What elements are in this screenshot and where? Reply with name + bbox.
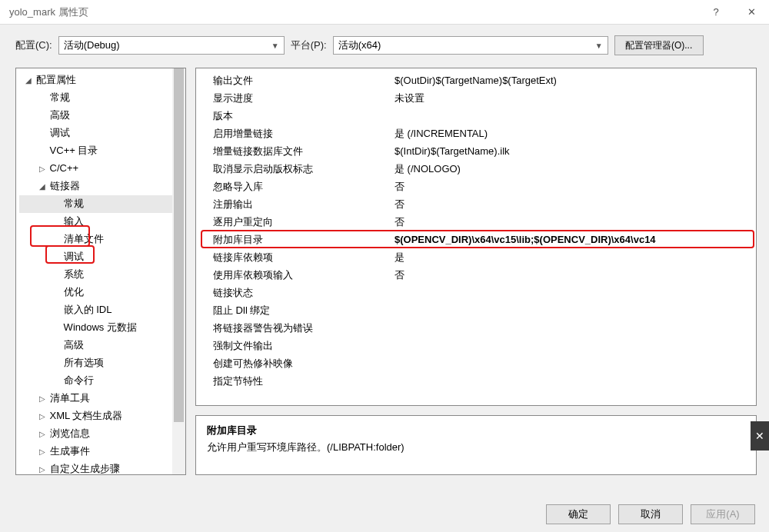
property-value[interactable]	[391, 372, 756, 390]
property-name: 取消显示启动版权标志	[196, 160, 391, 178]
property-row[interactable]: 创建可热修补映像	[196, 354, 756, 372]
tree-item-label: 命令行	[61, 374, 94, 386]
property-row[interactable]: 忽略导入库否	[196, 178, 756, 195]
property-row[interactable]: 取消显示启动版权标志是 (/NOLOGO)	[196, 160, 756, 178]
property-value[interactable]: 否	[391, 178, 756, 195]
property-row[interactable]: 将链接器警告视为错误	[196, 319, 756, 337]
property-row[interactable]: 阻止 Dll 绑定	[196, 301, 756, 319]
platform-label: 平台(P):	[291, 38, 327, 52]
tree-item[interactable]: ▷ 浏览信息	[19, 425, 185, 443]
property-value[interactable]: 否	[391, 266, 756, 284]
expand-open-icon[interactable]: ◢	[24, 72, 33, 89]
platform-select[interactable]: 活动(x64) ▼	[333, 36, 608, 55]
tree-item[interactable]: ◢ 高级	[19, 107, 185, 125]
tree-item[interactable]: ◢ 系统	[19, 266, 185, 284]
tree-item[interactable]: ◢ 链接器	[19, 178, 185, 195]
apply-button[interactable]: 应用(A)	[691, 504, 755, 524]
tree-item[interactable]: ◢ 清单文件	[19, 231, 185, 248]
property-value[interactable]	[391, 319, 756, 337]
property-value[interactable]: 是	[391, 248, 756, 266]
tree-item[interactable]: ◢ 常规	[19, 195, 185, 213]
tree-item-label: 系统	[61, 268, 84, 280]
property-tree: ◢ 配置属性◢ 常规◢ 高级◢ 调试◢ VC++ 目录▷ C/C++◢ 链接器◢…	[15, 68, 186, 475]
property-row[interactable]: 使用库依赖项输入否	[196, 266, 756, 284]
property-value[interactable]	[391, 354, 756, 372]
tree-item[interactable]: ◢ 配置属性	[19, 71, 185, 89]
property-row[interactable]: 附加库目录$(OPENCV_DIR)\x64\vc15\lib;$(OPENCV…	[196, 231, 756, 248]
expand-closed-icon[interactable]: ▷	[38, 426, 47, 443]
description-panel: 附加库目录 允许用户重写环境库路径。(/LIBPATH:folder)	[195, 415, 757, 475]
property-row[interactable]: 版本	[196, 107, 756, 125]
scrollbar-thumb[interactable]	[174, 68, 184, 422]
expand-closed-icon[interactable]: ▷	[38, 461, 47, 474]
property-row[interactable]: 强制文件输出	[196, 337, 756, 354]
property-row[interactable]: 显示进度未设置	[196, 89, 756, 107]
tree-item[interactable]: ▷ 清单工具	[19, 390, 185, 407]
tree-item-label: Windows 元数据	[61, 321, 137, 333]
property-row[interactable]: 输出文件$(OutDir)$(TargetName)$(TargetExt)	[196, 71, 756, 89]
help-button[interactable]: ?	[698, 0, 734, 25]
tree-item[interactable]: ◢ 调试	[19, 125, 185, 142]
property-value[interactable]	[391, 337, 756, 354]
expand-open-icon[interactable]: ◢	[38, 178, 47, 195]
property-value[interactable]: 否	[391, 213, 756, 231]
property-row[interactable]: 指定节特性	[196, 372, 756, 390]
tree-item[interactable]: ◢ 嵌入的 IDL	[19, 301, 185, 319]
button-bar: 确定 取消 应用(A)	[0, 497, 769, 532]
tree-item-label: 所有选项	[61, 357, 104, 368]
property-row[interactable]: 链接库依赖项是	[196, 248, 756, 266]
tree-item[interactable]: ◢ 调试	[19, 248, 185, 266]
property-value[interactable]	[391, 284, 756, 301]
close-button[interactable]: ✕	[734, 0, 769, 25]
property-value[interactable]: 是 (/INCREMENTAL)	[391, 125, 756, 142]
property-value[interactable]: $(OPENCV_DIR)\x64\vc15\lib;$(OPENCV_DIR)…	[391, 231, 756, 248]
property-name: 版本	[196, 107, 391, 125]
property-value[interactable]	[391, 107, 756, 125]
property-value[interactable]: 否	[391, 195, 756, 213]
tree-scrollbar[interactable]	[172, 68, 185, 474]
tree-item[interactable]: ◢ 高级	[19, 337, 185, 354]
property-value[interactable]: 是 (/NOLOGO)	[391, 160, 756, 178]
tree-item[interactable]: ◢ Windows 元数据	[19, 319, 185, 337]
window-title: yolo_mark 属性页	[9, 5, 88, 19]
config-manager-button[interactable]: 配置管理器(O)...	[614, 35, 704, 55]
tree-item[interactable]: ◢ 命令行	[19, 372, 185, 390]
expand-closed-icon[interactable]: ▷	[38, 161, 47, 178]
tree-item-label: 自定义生成步骤	[47, 463, 120, 474]
tree-item[interactable]: ◢ 优化	[19, 284, 185, 301]
cancel-button[interactable]: 取消	[618, 504, 683, 524]
tree-item[interactable]: ▷ 生成事件	[19, 443, 185, 461]
chevron-down-icon: ▼	[271, 42, 279, 50]
tree-item[interactable]: ▷ 自定义生成步骤	[19, 461, 185, 474]
expand-closed-icon[interactable]: ▷	[38, 408, 47, 425]
side-close-icon[interactable]: ✕	[751, 421, 769, 451]
ok-button[interactable]: 确定	[546, 504, 611, 524]
property-name: 逐用户重定向	[196, 213, 391, 231]
property-value[interactable]: $(OutDir)$(TargetName)$(TargetExt)	[391, 71, 756, 89]
property-row[interactable]: 逐用户重定向否	[196, 213, 756, 231]
property-value[interactable]: $(IntDir)$(TargetName).ilk	[391, 142, 756, 160]
tree-item-label: VC++ 目录	[47, 145, 98, 156]
property-row[interactable]: 链接状态	[196, 284, 756, 301]
tree-item[interactable]: ◢ 所有选项	[19, 354, 185, 372]
description-body: 允许用户重写环境库路径。(/LIBPATH:folder)	[207, 441, 745, 454]
property-row[interactable]: 启用增量链接是 (/INCREMENTAL)	[196, 125, 756, 142]
property-value[interactable]	[391, 301, 756, 319]
expand-closed-icon[interactable]: ▷	[38, 391, 47, 407]
tree-item-label: C/C++	[47, 162, 78, 174]
property-row[interactable]: 注册输出否	[196, 195, 756, 213]
tree-item-label: 浏览信息	[47, 427, 90, 439]
tree-item-label: 清单工具	[47, 392, 90, 404]
tree-item[interactable]: ◢ 输入	[19, 213, 185, 231]
tree-item[interactable]: ◢ 常规	[19, 89, 185, 107]
tree-item-label: 高级	[47, 109, 70, 121]
property-row[interactable]: 增量链接数据库文件$(IntDir)$(TargetName).ilk	[196, 142, 756, 160]
tree-item-label: 调试	[47, 127, 70, 138]
config-select[interactable]: 活动(Debug) ▼	[58, 36, 285, 55]
tree-item[interactable]: ◢ VC++ 目录	[19, 142, 185, 160]
property-name: 将链接器警告视为错误	[196, 319, 391, 337]
tree-item[interactable]: ▷ C/C++	[19, 160, 185, 178]
property-value[interactable]: 未设置	[391, 89, 756, 107]
expand-closed-icon[interactable]: ▷	[38, 444, 47, 461]
tree-item[interactable]: ▷ XML 文档生成器	[19, 407, 185, 425]
